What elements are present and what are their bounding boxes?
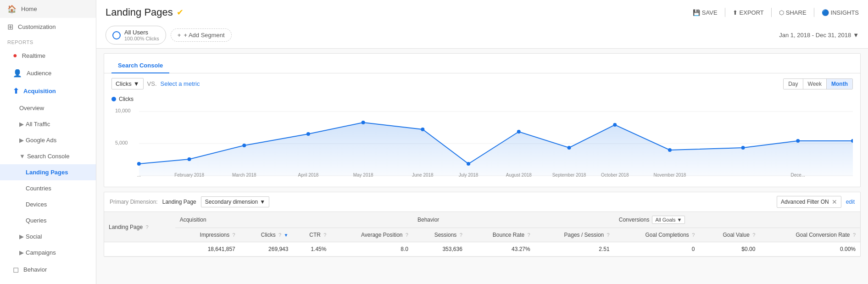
col-group-acquisition: Acquisition bbox=[175, 212, 413, 228]
sidebar-item-audience[interactable]: 👤 Audience bbox=[0, 64, 96, 82]
svg-point-12 bbox=[467, 162, 470, 166]
svg-point-9 bbox=[306, 132, 310, 136]
chart-legend: Clicks bbox=[104, 94, 860, 104]
col-bounce-rate[interactable]: Bounce Rate ? bbox=[467, 228, 535, 242]
primary-dimension-label: Primary Dimension: bbox=[110, 199, 158, 205]
metric-dropdown[interactable]: Clicks ▼ bbox=[111, 78, 144, 89]
insights-icon: 🔵 bbox=[822, 9, 829, 16]
share-button[interactable]: ⬡ SHARE bbox=[779, 9, 807, 16]
svg-text:April 2018: April 2018 bbox=[298, 173, 319, 178]
verified-badge: ✔ bbox=[177, 7, 184, 17]
legend-dot bbox=[111, 97, 116, 101]
export-button[interactable]: ⬆ EXPORT bbox=[733, 9, 764, 16]
tab-search-console[interactable]: Search Console bbox=[111, 58, 169, 73]
secondary-dimension-button[interactable]: Secondary dimension ▼ bbox=[201, 196, 269, 207]
help-icon[interactable]: ? bbox=[853, 232, 856, 238]
help-icon[interactable]: ? bbox=[145, 224, 148, 230]
svg-point-16 bbox=[668, 148, 672, 152]
totals-label bbox=[104, 242, 175, 256]
col-landing-page[interactable]: Landing Page ? bbox=[104, 212, 175, 242]
svg-text:July 2018: July 2018 bbox=[459, 173, 479, 178]
save-button[interactable]: 💾 SAVE bbox=[693, 9, 718, 16]
svg-text:March 2018: March 2018 bbox=[232, 173, 256, 178]
help-icon[interactable]: ? bbox=[406, 232, 408, 238]
svg-point-14 bbox=[568, 146, 571, 150]
sidebar-item-queries[interactable]: Queries bbox=[0, 212, 96, 228]
totals-goal-completions: 0 bbox=[614, 242, 700, 256]
all-goals-dropdown[interactable]: All Goals ▼ bbox=[652, 216, 685, 224]
save-icon: 💾 bbox=[693, 9, 700, 16]
time-btn-month[interactable]: Month bbox=[827, 79, 852, 89]
svg-point-17 bbox=[741, 146, 745, 150]
svg-point-10 bbox=[362, 121, 365, 124]
col-goal-value[interactable]: Goal Value ? bbox=[699, 228, 760, 242]
divider bbox=[771, 8, 772, 17]
behavior-icon: ◻ bbox=[13, 265, 19, 274]
top-actions: 💾 SAVE ⬆ EXPORT ⬡ SHARE 🔵 INSIGHTS bbox=[693, 8, 859, 17]
add-segment-button[interactable]: + + Add Segment bbox=[171, 28, 232, 42]
acquisition-icon: ⬆ bbox=[13, 87, 19, 95]
reports-section-label: REPORTS bbox=[0, 36, 96, 47]
totals-impressions: 18,641,857 bbox=[175, 242, 240, 256]
sidebar-item-campaigns[interactable]: ▶ Campaigns bbox=[0, 245, 96, 261]
help-icon[interactable]: ? bbox=[692, 232, 695, 238]
chart-svg: 10,000 5,000 bbox=[111, 104, 853, 178]
col-goal-completions[interactable]: Goal Completions ? bbox=[614, 228, 700, 242]
svg-text:5,000: 5,000 bbox=[115, 140, 128, 145]
sidebar-item-social[interactable]: ▶ Social bbox=[0, 228, 96, 245]
svg-text:September 2018: September 2018 bbox=[552, 173, 586, 178]
sidebar: 🏠 Home ⊞ Customization REPORTS ● Realtim… bbox=[0, 0, 96, 284]
help-icon[interactable]: ? bbox=[278, 232, 281, 238]
insights-button[interactable]: 🔵 INSIGHTS bbox=[822, 9, 859, 16]
sidebar-item-google-ads[interactable]: ▶ Google Ads bbox=[0, 132, 96, 148]
realtime-icon: ● bbox=[13, 51, 17, 60]
chevron-down-icon: ▼ bbox=[853, 32, 859, 39]
sidebar-item-search-console[interactable]: ▼ Search Console bbox=[0, 148, 96, 164]
sidebar-item-realtime[interactable]: ● Realtime bbox=[0, 47, 96, 64]
sidebar-item-devices[interactable]: Devices bbox=[0, 196, 96, 212]
sort-arrow: ▼ bbox=[284, 233, 289, 238]
date-range[interactable]: Jan 1, 2018 - Dec 31, 2018 ▼ bbox=[779, 32, 859, 39]
svg-point-13 bbox=[517, 130, 521, 134]
time-btn-week[interactable]: Week bbox=[803, 79, 827, 89]
col-sessions[interactable]: Sessions ? bbox=[413, 228, 467, 242]
col-pages-session[interactable]: Pages / Session ? bbox=[535, 228, 614, 242]
chevron-down-icon: ▼ bbox=[134, 80, 139, 87]
sidebar-item-all-traffic[interactable]: ▶ All Traffic bbox=[0, 116, 96, 132]
edit-filter-link[interactable]: edit bbox=[846, 199, 855, 205]
select-metric[interactable]: Select a metric bbox=[161, 80, 200, 87]
col-impressions[interactable]: Impressions ? bbox=[175, 228, 240, 242]
svg-marker-5 bbox=[139, 123, 853, 176]
sidebar-item-countries[interactable]: Countries bbox=[0, 180, 96, 196]
segments-bar: All Users 100.00% Clicks + + Add Segment… bbox=[96, 22, 868, 49]
col-avg-position[interactable]: Average Position ? bbox=[331, 228, 413, 242]
help-icon[interactable]: ? bbox=[607, 232, 610, 238]
sidebar-item-behavior[interactable]: ◻ Behavior bbox=[0, 261, 96, 278]
svg-text:June 2018: June 2018 bbox=[412, 173, 434, 178]
sidebar-item-conversions[interactable]: ◻ Conversions bbox=[0, 278, 96, 284]
svg-text:August 2018: August 2018 bbox=[506, 173, 532, 178]
col-ctr[interactable]: CTR ? bbox=[293, 228, 331, 242]
help-icon[interactable]: ? bbox=[752, 232, 755, 238]
table-totals-row: 18,641,857 269,943 1.45% 8.0 353,636 43.… bbox=[104, 242, 860, 256]
totals-avg-position: 8.0 bbox=[331, 242, 413, 256]
svg-point-11 bbox=[421, 128, 424, 131]
time-btn-day[interactable]: Day bbox=[784, 79, 803, 89]
sidebar-item-overview[interactable]: Overview bbox=[0, 100, 96, 116]
filter-clear-button[interactable]: ✕ bbox=[832, 198, 837, 206]
help-icon[interactable]: ? bbox=[460, 232, 462, 238]
divider bbox=[725, 8, 725, 17]
segment-all-users[interactable]: All Users 100.00% Clicks bbox=[106, 26, 166, 45]
sidebar-item-acquisition[interactable]: ⬆ Acquisition bbox=[0, 82, 96, 100]
col-goal-conversion-rate[interactable]: Goal Conversion Rate ? bbox=[760, 228, 860, 242]
svg-text:May 2018: May 2018 bbox=[353, 173, 373, 178]
sidebar-item-customization[interactable]: ⊞ Customization bbox=[0, 18, 96, 36]
sidebar-item-landing-pages[interactable]: Landing Pages bbox=[0, 164, 96, 180]
chevron-down-icon: ▼ bbox=[260, 199, 265, 205]
sidebar-item-home[interactable]: 🏠 Home bbox=[0, 0, 96, 18]
help-icon[interactable]: ? bbox=[323, 232, 326, 238]
export-icon: ⬆ bbox=[733, 9, 738, 16]
col-clicks[interactable]: Clicks ? ▼ bbox=[240, 228, 293, 242]
help-icon[interactable]: ? bbox=[528, 232, 530, 238]
help-icon[interactable]: ? bbox=[233, 232, 235, 238]
